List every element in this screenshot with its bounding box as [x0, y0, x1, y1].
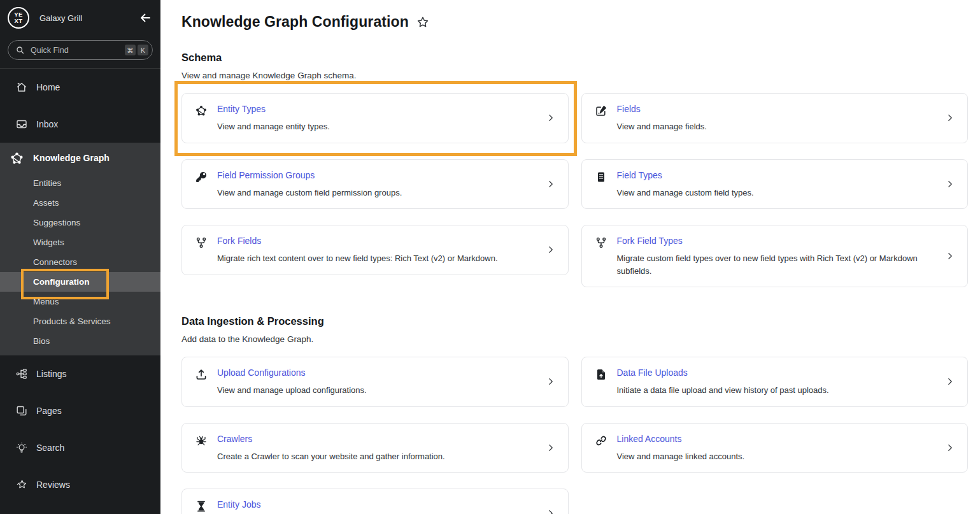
- fork-icon: [195, 236, 208, 249]
- config-card[interactable]: Entity Jobs View information about all a…: [181, 489, 569, 514]
- card-title-link[interactable]: Fork Fields: [217, 236, 498, 246]
- linked-accounts-icon: [595, 434, 607, 447]
- config-card[interactable]: Fields View and manage fields.: [581, 93, 969, 143]
- sidebar-subitem[interactable]: Products & Services: [0, 311, 160, 331]
- main-content: Knowledge Graph Configuration Schema Vie…: [160, 0, 980, 514]
- section-title: Schema: [181, 52, 968, 64]
- fields-icon: [595, 104, 607, 117]
- chevron-right-icon: [946, 113, 955, 122]
- sidebar-header: YEXT Galaxy Grill ⌘ K: [0, 0, 160, 68]
- sidebar-item[interactable]: Reviews: [0, 466, 160, 503]
- card-title-link[interactable]: Fork Field Types: [617, 236, 932, 246]
- favorite-star-icon[interactable]: [416, 15, 430, 29]
- section-subtitle: View and manage Knowledge Graph schema.: [181, 71, 968, 80]
- sidebar-subitem[interactable]: Connectors: [0, 252, 160, 272]
- card-title-link[interactable]: Crawlers: [217, 434, 445, 444]
- sidebar-subitem[interactable]: Menus: [0, 292, 160, 311]
- card-description: View and manage entity types.: [217, 120, 330, 133]
- sidebar-subitem[interactable]: Widgets: [0, 232, 160, 252]
- card-description: Create a Crawler to scan your website an…: [217, 450, 445, 463]
- card-description: Migrate rich text content over to new fi…: [217, 252, 498, 265]
- sidebar-subitem[interactable]: Entities: [0, 173, 160, 193]
- config-card[interactable]: Field Types View and manage custom field…: [581, 159, 969, 210]
- config-card[interactable]: Data File Uploads Initiate a data file u…: [581, 357, 969, 407]
- sidebar-item[interactable]: Search: [0, 429, 160, 466]
- app: YEXT Galaxy Grill ⌘ K: [0, 0, 980, 514]
- config-card[interactable]: Linked Accounts View and manage linked a…: [581, 423, 969, 473]
- quick-find-input[interactable]: [31, 46, 123, 55]
- yext-logo: YEXT: [8, 7, 29, 29]
- upload-icon: [195, 368, 208, 381]
- quick-find-search[interactable]: ⌘ K: [8, 40, 153, 60]
- card-description: View and manage custom field permission …: [217, 187, 402, 199]
- sidebar-subitem-label: Menus: [33, 297, 59, 306]
- search-icon: [15, 45, 25, 55]
- sidebar-nav: Home Inbox Knowledge Graph Entities: [0, 68, 160, 503]
- file-upload-icon: [595, 368, 607, 381]
- card-title-link[interactable]: Entity Types: [217, 104, 330, 114]
- card-section: Schema View and manage Knowledge Graph s…: [181, 52, 968, 287]
- crawler-icon: [195, 434, 208, 447]
- config-card[interactable]: Upload Configurations View and manage up…: [181, 357, 569, 407]
- home-icon: [15, 81, 28, 94]
- card-title-link[interactable]: Field Types: [617, 170, 754, 180]
- card-description: View and manage upload configurations.: [217, 384, 367, 397]
- card-title-link[interactable]: Upload Configurations: [217, 368, 367, 378]
- config-card[interactable]: Fork Field Types Migrate custom field ty…: [581, 225, 969, 287]
- page-title: Knowledge Graph Configuration: [181, 13, 409, 31]
- sidebar-subitem[interactable]: Suggestions: [0, 213, 160, 232]
- card-title-link[interactable]: Field Permission Groups: [217, 170, 402, 180]
- sidebar-subitem[interactable]: Assets: [0, 193, 160, 213]
- sidebar-item[interactable]: Home: [0, 69, 160, 106]
- sidebar-subitem-label: Connectors: [33, 257, 77, 267]
- config-card[interactable]: Entity Types View and manage entity type…: [181, 93, 569, 143]
- config-card[interactable]: Fork Fields Migrate rich text content ov…: [181, 225, 569, 275]
- chevron-right-icon: [546, 245, 555, 254]
- field-types-icon: [595, 171, 607, 183]
- card-title-link[interactable]: Fields: [617, 104, 707, 114]
- card-description: View and manage fields.: [617, 120, 707, 133]
- sidebar-subitem-label: Suggestions: [33, 218, 80, 227]
- config-card[interactable]: Crawlers Create a Crawler to scan your w…: [181, 423, 569, 473]
- chevron-right-icon: [546, 443, 555, 452]
- reviews-icon: [15, 478, 28, 491]
- card-title-link[interactable]: Entity Jobs: [217, 499, 526, 510]
- knowledge-graph-icon: [10, 151, 24, 166]
- sidebar-item[interactable]: Pages: [0, 392, 160, 429]
- listings-icon: [15, 368, 28, 380]
- sidebar-item-label: Home: [36, 82, 60, 92]
- sidebar-item-knowledge-graph[interactable]: Knowledge Graph: [0, 143, 160, 173]
- card-title-link[interactable]: Linked Accounts: [617, 434, 745, 444]
- sidebar-item-label: Search: [36, 443, 64, 453]
- k-key-badge: K: [138, 45, 148, 55]
- sidebar-item-label: Inbox: [36, 119, 58, 129]
- chevron-right-icon: [546, 377, 555, 386]
- pages-icon: [15, 404, 28, 417]
- sidebar-item[interactable]: Inbox: [0, 106, 160, 143]
- entity-types-icon: [195, 104, 208, 117]
- sidebar-item-label: Listings: [36, 369, 66, 379]
- sidebar-item-label: Knowledge Graph: [33, 153, 110, 163]
- sidebar-subitem[interactable]: Configuration: [0, 272, 160, 292]
- sidebar-subitem-label: Entities: [33, 178, 61, 188]
- card-description: View and manage linked accounts.: [617, 450, 745, 463]
- sidebar-subitem-label: Products & Services: [33, 317, 111, 326]
- key-icon: [195, 171, 208, 183]
- chevron-right-icon: [946, 443, 955, 452]
- card-section: Data Ingestion & Processing Add data to …: [181, 315, 968, 514]
- sidebar-subitem-label: Bios: [33, 336, 50, 346]
- chevron-right-icon: [546, 509, 555, 514]
- sidebar-subitem-label: Assets: [33, 198, 59, 208]
- sidebar-subitem[interactable]: Bios: [0, 331, 160, 351]
- sidebar-item-label: Pages: [36, 406, 62, 416]
- back-arrow-icon: [139, 11, 152, 24]
- card-title-link[interactable]: Data File Uploads: [617, 368, 829, 378]
- sidebar-item[interactable]: Listings: [0, 355, 160, 392]
- collapse-sidebar-button[interactable]: [138, 10, 153, 25]
- config-card[interactable]: Field Permission Groups View and manage …: [181, 159, 569, 210]
- chevron-right-icon: [946, 180, 955, 189]
- sidebar: YEXT Galaxy Grill ⌘ K: [0, 0, 160, 514]
- account-name: Galaxy Grill: [39, 13, 138, 23]
- card-description: Migrate custom field types over to new f…: [617, 252, 932, 277]
- section-title: Data Ingestion & Processing: [181, 315, 968, 327]
